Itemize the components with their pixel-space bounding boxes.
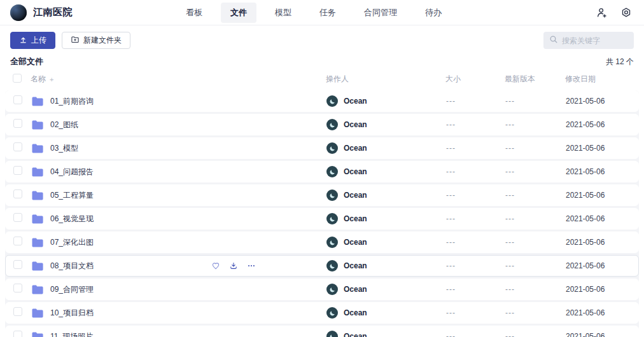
table-row[interactable]: 03_模型 Ocean --- --- 2021-05-06 [5,137,639,159]
add-user-icon[interactable] [596,6,608,19]
avatar-ocean [326,189,338,201]
file-size: --- [446,285,505,294]
search-box[interactable] [543,32,634,49]
row-checkbox[interactable] [13,119,22,128]
row-checkbox[interactable] [13,142,22,151]
tab-board[interactable]: 看板 [176,3,212,23]
column-operator: 操作人 [326,74,445,85]
table-row[interactable]: 02_图纸 Ocean --- --- 2021-05-06 [5,114,639,135]
row-checkbox[interactable] [13,307,22,316]
sort-icon[interactable]: + [50,76,53,83]
folder-icon [31,284,44,295]
file-name[interactable]: 01_前期咨询 [50,96,94,107]
table-row[interactable]: 06_视觉呈现 Ocean --- --- 2021-05-06 [5,208,639,230]
avatar-ocean [326,284,338,295]
table-header: 名称 + 操作人 大小 最新版本 修改日期 [5,67,639,90]
table-row[interactable]: 01_前期咨询 Ocean --- --- 2021-05-06 [5,90,639,112]
table-row[interactable]: 07_深化出图 Ocean --- --- 2021-05-06 [5,231,639,253]
tab-models[interactable]: 模型 [265,3,301,23]
top-bar: 江南医院 看板 文件 模型 任务 合同管理 待办 [0,0,644,25]
file-name[interactable]: 07_深化出图 [50,237,94,248]
column-name[interactable]: 名称 [31,74,46,85]
row-checkbox[interactable] [13,166,22,175]
file-name[interactable]: 06_视觉呈现 [50,214,94,224]
avatar-ocean [326,260,338,272]
file-name[interactable]: 04_问题报告 [50,167,94,177]
file-size: --- [446,308,505,317]
favorite-icon[interactable] [211,261,220,271]
select-all-checkbox[interactable] [13,74,22,83]
folder-plus-icon [71,35,80,46]
operator-name: Ocean [344,97,367,106]
file-version: --- [505,332,566,337]
table-row[interactable]: 11_现场照片 Ocean --- --- 2021-05-06 [5,326,639,337]
file-size: --- [446,332,505,337]
avatar-ocean [326,142,338,154]
project-title: 江南医院 [33,6,73,18]
file-date: 2021-05-06 [566,261,629,270]
avatar-ocean [326,166,338,177]
row-actions [211,256,256,276]
tab-todo[interactable]: 待办 [416,3,451,23]
operator-name: Ocean [344,332,367,337]
file-version: --- [505,97,566,106]
search-icon [549,35,558,46]
table-row[interactable]: 04_问题报告 Ocean --- --- 2021-05-06 [5,161,639,182]
row-checkbox[interactable] [13,260,22,269]
file-date: 2021-05-06 [566,238,629,247]
folder-icon [31,190,44,201]
upload-icon [19,36,27,46]
file-name[interactable]: 08_项目文档 [50,261,94,272]
upload-button[interactable]: 上传 [10,32,55,49]
file-date: 2021-05-06 [566,97,629,106]
table-row[interactable]: 10_项目归档 Ocean --- --- 2021-05-06 [5,302,639,324]
download-icon[interactable] [228,261,238,271]
file-name[interactable]: 05_工程算量 [50,190,94,201]
table-row[interactable]: 09_合同管理 Ocean --- --- 2021-05-06 [5,279,639,300]
file-name[interactable]: 10_项目归档 [50,308,94,319]
avatar-ocean [326,213,338,224]
more-icon[interactable] [246,261,256,271]
file-name[interactable]: 02_图纸 [50,120,78,130]
tab-tasks[interactable]: 任务 [310,3,346,23]
file-name[interactable]: 09_合同管理 [50,284,94,295]
file-list: 01_前期咨询 Ocean --- --- 2021-05-06 [5,90,639,337]
file-name[interactable]: 11_现场照片 [50,331,93,337]
table-row[interactable]: 05_工程算量 Ocean --- --- 2021-05-06 [5,184,639,206]
folder-icon [31,214,44,224]
row-checkbox[interactable] [13,213,22,222]
file-name[interactable]: 03_模型 [50,143,78,154]
column-date: 修改日期 [565,74,629,85]
row-checkbox[interactable] [13,237,22,245]
file-size: --- [446,144,505,153]
row-checkbox[interactable] [13,189,22,198]
folder-icon [31,237,44,248]
folder-icon [31,261,44,272]
search-input[interactable] [562,36,628,45]
folder-icon [31,167,44,177]
avatar-ocean [326,307,338,319]
folder-icon [31,96,44,107]
operator-name: Ocean [344,285,367,294]
column-version: 最新版本 [505,74,565,85]
table-row[interactable]: 08_项目文档 Ocean --- --- 2021-05-06 [5,255,639,277]
file-version: --- [505,214,566,223]
settings-icon[interactable] [620,6,633,19]
tab-contracts[interactable]: 合同管理 [354,3,407,23]
file-version: --- [505,285,566,294]
file-date: 2021-05-06 [566,214,629,223]
row-checkbox[interactable] [13,284,22,292]
file-version: --- [505,261,566,270]
total-count: 共 12 个 [606,57,634,67]
operator-name: Ocean [344,167,367,176]
file-size: --- [446,238,505,247]
operator-name: Ocean [344,238,367,247]
operator-name: Ocean [344,120,367,129]
file-version: --- [505,144,566,153]
tab-files[interactable]: 文件 [221,3,256,23]
new-folder-button[interactable]: 新建文件夹 [62,32,130,49]
file-date: 2021-05-06 [566,144,629,153]
row-checkbox[interactable] [13,95,22,104]
file-size: --- [446,261,505,270]
row-checkbox[interactable] [13,331,22,337]
